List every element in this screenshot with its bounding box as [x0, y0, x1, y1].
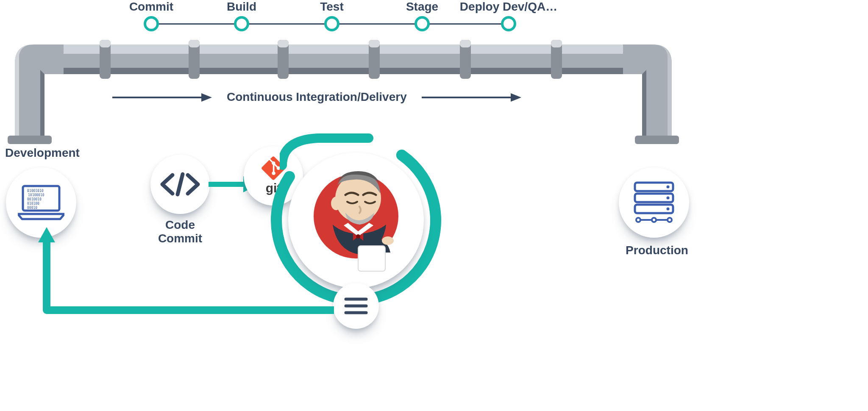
- flow-arrow-left: [112, 89, 214, 106]
- stage-dot: [144, 16, 159, 31]
- stage-label: Build: [227, 0, 256, 14]
- stage-dot: [415, 16, 430, 31]
- svg-marker-20: [511, 93, 521, 102]
- svg-rect-11: [278, 40, 289, 47]
- stage-label: Commit: [129, 0, 173, 14]
- endpoint-right-label: Production: [619, 244, 695, 257]
- svg-text:01001010: 01001010: [27, 189, 44, 193]
- svg-point-34: [636, 218, 640, 222]
- endpoint-left-label: Development: [0, 146, 85, 160]
- stage-dot: [234, 16, 249, 31]
- production-node: [619, 167, 689, 238]
- svg-rect-10: [189, 40, 200, 47]
- svg-point-30: [667, 186, 670, 189]
- feedback-line: [25, 199, 407, 369]
- code-icon: [159, 172, 201, 197]
- stage-label: Deploy Dev/QA…: [460, 0, 557, 14]
- svg-rect-13: [460, 40, 471, 47]
- svg-point-35: [652, 218, 656, 222]
- svg-point-31: [667, 197, 670, 200]
- svg-line-37: [178, 174, 183, 194]
- flow-center-label: Continuous Integration/Delivery: [227, 90, 407, 104]
- svg-marker-18: [201, 93, 212, 102]
- svg-rect-12: [369, 40, 380, 47]
- svg-marker-50: [38, 227, 55, 242]
- svg-rect-14: [551, 40, 562, 47]
- stage-label: Stage: [406, 0, 438, 14]
- server-stack-icon: [631, 179, 677, 226]
- stage-dot: [501, 16, 516, 31]
- stage-dot: [324, 16, 339, 31]
- svg-rect-15: [8, 136, 52, 144]
- svg-rect-9: [100, 40, 111, 47]
- svg-point-36: [668, 218, 672, 222]
- svg-point-32: [667, 208, 670, 211]
- stage-label: Test: [320, 0, 344, 14]
- svg-rect-16: [635, 136, 679, 144]
- flow-arrow-right: [422, 89, 523, 106]
- svg-text:10100010: 10100010: [28, 193, 45, 197]
